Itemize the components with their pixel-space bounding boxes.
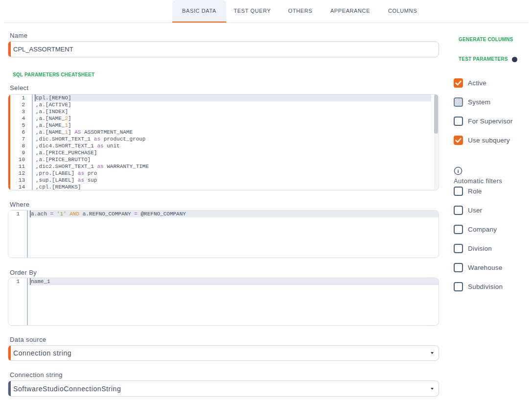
svg-text:i: i — [457, 168, 459, 174]
